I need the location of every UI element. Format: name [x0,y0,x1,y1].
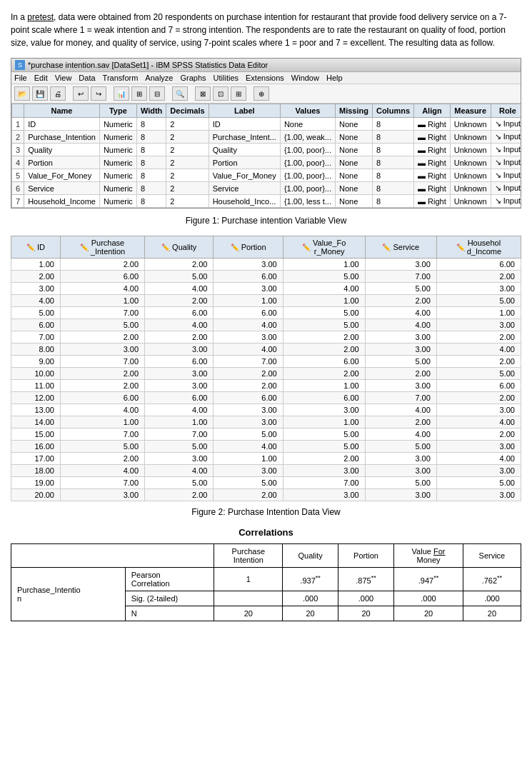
var-cell: None [335,144,372,156]
data-row: 19.007.005.005.007.005.005.00 [11,477,521,489]
edit-icon-id: ✏️ [26,244,35,251]
data-cell: 7.00 [365,271,436,283]
var-cell: 8 [136,195,166,208]
data-cell: 3.00 [283,489,365,501]
tb-select[interactable]: ⊞ [231,86,246,101]
data-row: 1.002.002.003.001.003.006.00 [11,259,521,271]
data-cell: 3.00 [365,465,436,477]
tb-chart[interactable]: 📊 [114,86,129,101]
data-view-container: ✏️ ID ✏️ Purchase_Intention ✏️ Quality [11,236,521,501]
tb-open[interactable]: 📂 [14,86,30,101]
data-cell: 2.00 [145,331,214,344]
var-cell: 8 [136,131,166,144]
data-cell: 4.00 [11,295,61,307]
data-cell: 2.00 [145,259,214,271]
tb-weight[interactable]: ⊡ [213,86,229,101]
var-cell: ID [209,118,280,131]
data-cell: 3.00 [283,404,365,416]
spss-titlebar: S *purchase intention.sav [DataSet1] - I… [11,59,521,72]
data-cell: 7.00 [60,356,144,368]
corr-row-label: Purchase_Intention [11,568,126,621]
menu-utilities[interactable]: Utilities [214,74,239,82]
tb-redo[interactable]: ↪ [91,86,106,101]
spss-toolbar: 📂 💾 🖨 ↩ ↪ 📊 ⊞ ⊟ 🔍 ⊠ ⊡ ⊞ ⊕ [11,84,521,104]
data-cell: 4.00 [60,465,144,477]
tb-split[interactable]: ⊠ [195,86,211,101]
data-cell: 1.00 [283,295,365,307]
var-cell: Numeric [99,118,136,131]
var-cell: Unknown [450,169,491,182]
menu-transform[interactable]: Transform [103,74,139,82]
tb-table[interactable]: ⊞ [131,86,147,101]
tb-print[interactable]: 🖨 [50,86,66,101]
var-cell: Service [24,182,100,195]
figure2-caption: Figure 2: Purchase Intention Data View [11,507,521,517]
corr-pearson-label: PearsonCorrelation [125,568,214,591]
tb-grid[interactable]: ⊟ [149,86,165,101]
menu-help[interactable]: Help [326,74,343,82]
data-cell: 6.00 [11,319,61,331]
var-cell: None [335,131,372,144]
data-cell: 2.00 [365,368,436,380]
data-cell: 4.00 [60,283,144,295]
data-cell: 2.00 [214,380,283,392]
dv-col-pi: ✏️ Purchase_Intention [60,236,144,259]
data-cell: 3.00 [436,441,521,453]
data-cell: 12.00 [11,392,61,404]
data-cell: 2.00 [436,271,521,283]
data-cell: 4.00 [283,283,365,295]
data-row: 10.002.003.002.002.002.005.00 [11,368,521,380]
data-cell: 4.00 [145,319,214,331]
tb-save[interactable]: 💾 [32,86,48,101]
spss-menubar[interactable]: File Edit View Data Transform Analyze Gr… [11,72,521,84]
data-cell: 7.00 [365,392,436,404]
menu-view[interactable]: View [55,74,72,82]
corr-n-service: 20 [463,606,521,621]
data-cell: 5.00 [283,441,365,453]
data-row: 13.004.004.003.003.004.003.00 [11,404,521,416]
data-row: 17.002.003.001.002.003.004.00 [11,453,521,465]
data-cell: 5.00 [283,428,365,441]
data-cell: 4.00 [214,344,283,356]
var-cell: Unknown [450,144,491,156]
menu-data[interactable]: Data [79,74,95,82]
data-cell: 6.00 [283,356,365,368]
data-cell: 6.00 [214,392,283,404]
var-cell: 8 [136,156,166,169]
menu-graphs[interactable]: Graphs [180,74,206,82]
var-cell: ↘ Input [491,195,521,208]
menu-file[interactable]: File [14,74,27,82]
var-cell: Unknown [450,156,491,169]
data-cell: 3.00 [436,465,521,477]
corr-pearson-portion: .875** [338,568,393,591]
var-cell: Portion [209,156,280,169]
var-cell: ▬ Right [414,144,451,156]
data-cell: 3.00 [214,331,283,344]
data-cell: 3.00 [365,489,436,501]
var-cell: {1.00, poor}... [280,156,335,169]
data-cell: 5.00 [365,441,436,453]
corr-empty-header [11,544,214,568]
corr-pearson-service: .762** [463,568,521,591]
menu-extensions[interactable]: Extensions [246,74,284,82]
var-row: 1IDNumeric82IDNoneNone8▬ RightUnknown↘ I… [12,118,521,131]
data-cell: 6.00 [436,259,521,271]
tb-undo[interactable]: ↩ [73,86,89,101]
data-cell: 16.00 [11,441,61,453]
corr-sig-label: Sig. (2-tailed) [125,591,214,606]
menu-edit[interactable]: Edit [34,74,48,82]
variable-view-container: Name Type Width Decimals Label Values Mi… [11,104,521,208]
var-cell: Purchase_Intent... [209,131,280,144]
tb-find[interactable]: 🔍 [172,86,188,101]
var-cell: 8 [372,118,413,131]
menu-window[interactable]: Window [291,74,319,82]
menu-analyze[interactable]: Analyze [145,74,173,82]
var-cell: 8 [372,169,413,182]
tb-plus[interactable]: ⊕ [254,86,269,101]
data-cell: 7.00 [11,331,61,344]
col-header-columns: Columns [372,104,413,118]
dv-col-portion: ✏️ Portion [214,236,283,259]
data-cell: 4.00 [436,416,521,428]
data-cell: 15.00 [11,428,61,441]
data-cell: 1.00 [283,416,365,428]
